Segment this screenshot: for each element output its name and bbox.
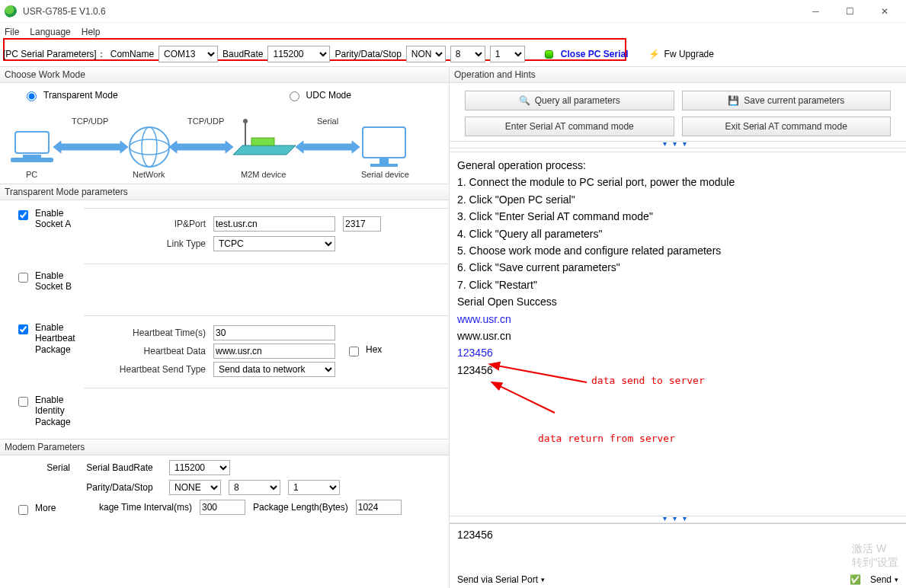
svg-line-13 [498, 385, 555, 413]
serial-toolbar: [PC Serial Parameters]： ComName COM13 Ba… [3, 43, 903, 65]
collapse-handle-bottom[interactable]: ▾▾▾ [450, 516, 906, 523]
pkg-interval-input[interactable] [200, 500, 245, 515]
modem-baud-select[interactable]: 115200 [169, 460, 230, 475]
linktype-select[interactable]: TCPC [213, 236, 335, 251]
menu-file[interactable]: File [5, 27, 19, 37]
enable-identity[interactable]: Enable Identity Package [15, 395, 84, 427]
ip-input[interactable] [213, 216, 335, 232]
usr-link[interactable]: www.usr.cn [457, 313, 511, 325]
modem-header: Modem Parameters [0, 439, 449, 455]
svg-point-3 [130, 127, 169, 167]
lightning-icon: ⚡ [648, 49, 660, 59]
workmode-header: Choose Work Mode [0, 66, 449, 83]
comname-select[interactable]: COM13 [158, 46, 218, 62]
comname-label: ComName [110, 49, 154, 59]
radio-udc[interactable]: UDC Mode [286, 89, 351, 101]
enable-socket-b[interactable]: Enable Socket B [15, 270, 84, 292]
svg-rect-10 [379, 158, 389, 164]
svg-rect-6 [251, 138, 274, 145]
hb-data-input[interactable] [213, 344, 335, 359]
enable-heartbeat[interactable]: Enable Heartbeat Package [15, 322, 84, 355]
hb-time-input[interactable] [213, 325, 335, 340]
menu-language[interactable]: Language [30, 27, 70, 37]
minimize-button[interactable]: ─ [799, 1, 833, 22]
stopbits-select[interactable]: 1 [490, 46, 525, 62]
pkg-length-input[interactable] [356, 500, 402, 515]
port-input[interactable] [343, 216, 381, 232]
databits-select[interactable]: 8 [450, 46, 485, 62]
menu-help[interactable]: Help [82, 27, 101, 37]
radio-udc-input[interactable] [290, 91, 299, 101]
query-all-button[interactable]: 🔍 Query all parameters [465, 91, 674, 110]
svg-rect-11 [370, 164, 398, 167]
enter-at-button[interactable]: Enter Serial AT command mode [465, 117, 674, 136]
save-params-button[interactable]: 💾 Save current parameters [682, 91, 892, 110]
svg-rect-2 [11, 158, 53, 162]
tparams-header: Transparent Mode parameters [0, 184, 449, 200]
radio-transparent-input[interactable] [27, 91, 37, 101]
modem-parity-select[interactable]: NONE [169, 480, 221, 495]
radio-transparent[interactable]: Transparent Mode [23, 89, 118, 101]
pds-label: Parity/Data/Stop [335, 49, 401, 59]
serial-status-led [545, 50, 553, 59]
app-icon [5, 5, 17, 18]
svg-rect-1 [23, 155, 41, 158]
annotation-recv: data return from server [538, 431, 675, 447]
send-icon: ✅ [850, 574, 861, 585]
baud-select[interactable]: 115200 [267, 46, 330, 62]
send-text-area[interactable]: 123456 [457, 529, 898, 571]
send-button[interactable]: Send ▾ [870, 574, 898, 585]
baud-label: BaudRate [222, 49, 263, 59]
window-title: USR-G785-E V1.0.6 [23, 6, 106, 17]
menubar: File Language Help [0, 23, 906, 41]
svg-point-4 [130, 139, 169, 155]
save-icon: 💾 [728, 95, 739, 106]
maximize-button[interactable]: ☐ [833, 1, 867, 22]
annotation-send: data send to server [591, 373, 705, 389]
svg-rect-0 [15, 132, 49, 153]
svg-rect-9 [363, 127, 405, 158]
topology-diagram: PC NetWork M2M device Serial device TCP/… [0, 107, 449, 184]
parity-select[interactable]: NONE [406, 46, 446, 62]
modem-data-select[interactable]: 8 [229, 480, 280, 495]
pcparams-label: [PC Serial Parameters]： [3, 48, 106, 61]
fw-upgrade-button[interactable]: Fw Upgrade [664, 49, 714, 59]
enable-socket-a[interactable]: Enable Socket A [15, 208, 84, 230]
hb-sendtype-select[interactable]: Send data to network [213, 362, 335, 377]
search-icon: 🔍 [519, 95, 530, 106]
svg-point-8 [243, 119, 248, 123]
close-serial-button[interactable]: Close PC Serial [561, 49, 629, 59]
collapse-handle-top[interactable]: ▾▾▾ [450, 141, 906, 149]
titlebar: USR-G785-E V1.0.6 ─ ☐ ✕ [0, 0, 906, 23]
log-area[interactable]: General operation process: 1. Connect th… [450, 152, 906, 516]
close-window-button[interactable]: ✕ [867, 1, 901, 22]
svg-point-5 [142, 127, 157, 167]
modem-stop-select[interactable]: 1 [288, 480, 340, 495]
exit-at-button[interactable]: Exit Serial AT command mode [682, 117, 892, 136]
send-via-dropdown[interactable]: Send via Serial Port ▾ [457, 574, 545, 585]
ops-header: Operation and Hints [450, 66, 906, 83]
hex-checkbox[interactable]: Hex [346, 344, 382, 359]
